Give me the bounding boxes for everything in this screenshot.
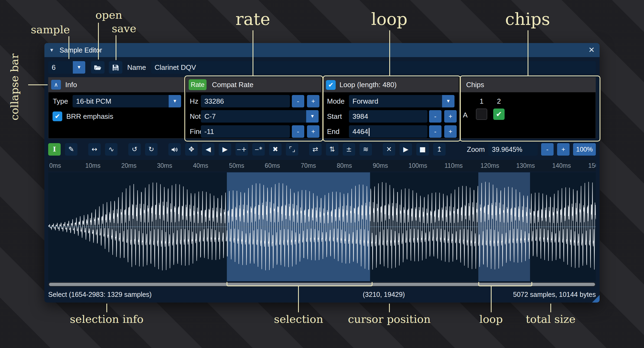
time-ruler[interactable]: 0ms 10ms 20ms 30ms 40ms 50ms 60ms 70ms 8… (48, 160, 596, 172)
reverse-button[interactable]: ⇄ (309, 143, 322, 156)
loop-start-input[interactable]: 3984 (349, 110, 427, 123)
edit-mode-select-button[interactable]: I (48, 143, 61, 156)
note-value: C-7 (204, 110, 216, 123)
loop-end-value: 4464 (352, 127, 368, 136)
normalize-button[interactable]: ✥ (185, 143, 198, 156)
info-panel-title: Info (65, 77, 77, 92)
insert-silence-button[interactable]: ‒+ (236, 143, 248, 156)
waveform-canvas[interactable] (48, 172, 596, 281)
fine-input[interactable]: -11 (201, 125, 290, 138)
zoom-label: Zoom (467, 145, 485, 154)
brr-emphasis-label: BRR emphasis (66, 110, 113, 123)
loop-mode-value: Forward (352, 95, 378, 107)
loop-start-plus-button[interactable]: + (444, 110, 457, 123)
sample-name-input[interactable]: Clarinet DQV (151, 61, 596, 74)
fine-minus-button[interactable]: - (292, 125, 304, 138)
fine-plus-button[interactable]: + (307, 125, 319, 138)
chevron-down-icon[interactable]: ▼ (169, 95, 181, 107)
save-button[interactable] (109, 61, 122, 74)
chevron-down-icon[interactable]: ▼ (306, 110, 319, 123)
waveform-scrollbar[interactable] (48, 282, 596, 287)
collapse-bar-button[interactable]: ∧ (51, 80, 61, 90)
annotation-open: open (87, 9, 130, 21)
loop-start-label: Start (327, 110, 342, 123)
hz-minus-button[interactable]: - (292, 95, 304, 107)
ruler-tick-label: 100ms (408, 160, 427, 172)
invert-button[interactable]: ⇅ (326, 143, 338, 156)
ruler-tick-label: 130ms (516, 160, 535, 172)
loop-end-plus-button[interactable]: + (444, 125, 457, 138)
rate-panel: Rate Compat Rate Hz 33286 - + Note C-7 ▼… (186, 77, 322, 139)
loop-end-minus-button[interactable]: - (429, 125, 442, 138)
loop-start-minus-button[interactable]: - (429, 110, 442, 123)
undo-button[interactable]: ↺ (128, 143, 141, 156)
trim-button[interactable]: ⌜⌟ (286, 143, 298, 156)
zoom-in-button[interactable]: + (557, 143, 570, 156)
note-dropdown[interactable]: C-7 ▼ (201, 110, 319, 123)
check-icon: ✔ (328, 81, 334, 88)
chevron-down-icon[interactable]: ▼ (73, 61, 85, 74)
chips-panel-header: Chips (460, 77, 596, 92)
scrollbar-thumb[interactable] (49, 283, 595, 286)
type-dropdown[interactable]: 16-bit PCM ▼ (73, 95, 181, 107)
loop-end-input[interactable]: 4464 (349, 125, 427, 138)
speaker-icon (171, 146, 178, 153)
sample-number-combo[interactable]: 6 ▼ (48, 61, 85, 74)
selection-info-text: Select (1654-2983: 1329 samples) (48, 288, 152, 303)
amplify-button[interactable] (168, 143, 181, 156)
titlebar[interactable]: ▼ Sample Editor ✕ (44, 43, 600, 57)
chips-panel: Chips 1 2 A ✔ (460, 77, 596, 139)
zoom-reset-button[interactable]: 100% (573, 143, 596, 156)
annotation-line-selection-info (106, 304, 107, 312)
chip-1-checkbox[interactable] (476, 109, 487, 120)
loop-panel-title: Loop (length: 480) (339, 77, 397, 92)
ruler-tick-label: 90ms (373, 160, 388, 172)
type-label: Type (53, 95, 68, 107)
status-bar: Select (1654-2983: 1329 samples) (3210, … (44, 288, 600, 303)
preview-button[interactable]: ▶ (400, 143, 412, 156)
fade-in-button[interactable]: ◀ (202, 143, 214, 156)
hz-input[interactable]: 33286 (201, 95, 290, 107)
close-button[interactable]: ✕ (589, 43, 595, 57)
upload-button[interactable]: ↥ (433, 143, 446, 156)
ruler-tick-label: 60ms (265, 160, 280, 172)
stop-button[interactable]: ■ (416, 143, 429, 156)
apply-silence-button[interactable]: ‒* (252, 143, 265, 156)
name-label: Name (127, 61, 146, 74)
edit-mode-draw-button[interactable]: ✎ (65, 143, 77, 156)
zoom-out-button[interactable]: - (541, 143, 554, 156)
hz-plus-button[interactable]: + (307, 95, 319, 107)
loop-panel-header: ✔ Loop (length: 480) (323, 77, 459, 92)
mode-label: Mode (327, 95, 345, 107)
ruler-tick-label: 120ms (480, 160, 499, 172)
resize-grip[interactable] (592, 295, 600, 303)
open-button[interactable] (91, 61, 104, 74)
text-caret (369, 128, 370, 136)
chevron-down-icon[interactable]: ▼ (442, 95, 455, 107)
delete-button[interactable]: ✖ (269, 143, 282, 156)
chip-column-2: 2 (493, 95, 505, 107)
resample-button[interactable]: ∿ (105, 143, 117, 156)
annotation-total-size: total size (510, 313, 591, 325)
zoom-input[interactable]: 39.9645% (488, 143, 538, 156)
annotation-loop: loop (349, 9, 430, 29)
redo-button[interactable]: ↻ (145, 143, 158, 156)
window-collapse-icon[interactable]: ▼ (49, 43, 54, 57)
brr-emphasis-checkbox[interactable]: ✔ (53, 111, 62, 121)
crossfade-button[interactable]: ✕ (383, 143, 395, 156)
chips-panel-title: Chips (466, 77, 484, 92)
loop-start-value: 3984 (352, 112, 368, 120)
annotation-sample: sample (23, 23, 77, 36)
sign-button[interactable]: ± (343, 143, 355, 156)
annotation-selection: selection (244, 313, 353, 325)
fade-out-button[interactable]: ▶ (219, 143, 231, 156)
chip-2-checkbox[interactable]: ✔ (493, 109, 505, 120)
annotation-cursor-position: cursor position (335, 313, 443, 325)
loop-enable-checkbox[interactable]: ✔ (326, 80, 336, 90)
rate-panel-title: Compat Rate (212, 77, 253, 92)
loop-mode-dropdown[interactable]: Forward ▼ (349, 95, 455, 107)
ruler-tick-label: 40ms (193, 160, 208, 172)
fine-value: -11 (204, 127, 214, 136)
resize-button[interactable]: ↔ (88, 143, 101, 156)
filter-button[interactable]: ≋ (359, 143, 372, 156)
